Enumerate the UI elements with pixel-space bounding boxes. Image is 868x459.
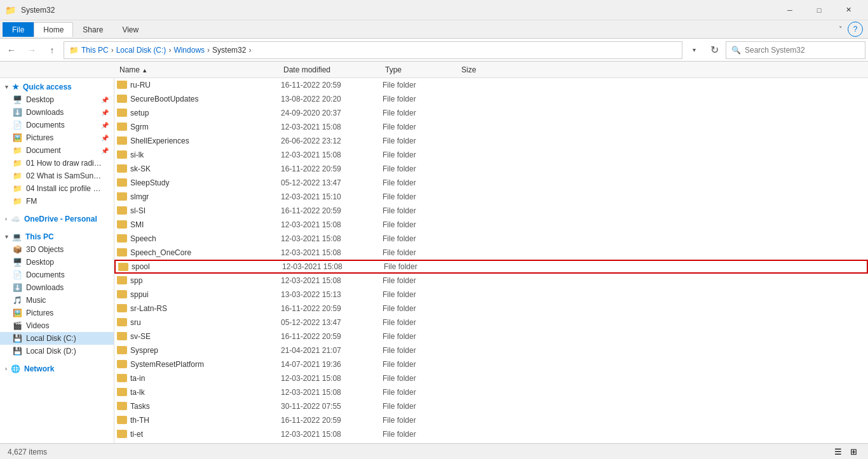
table-row[interactable]: Speech 12-03-2021 15:08 File folder xyxy=(114,232,868,246)
table-row[interactable]: th-TH 16-11-2022 20:59 File folder xyxy=(114,413,868,427)
table-row[interactable]: spp 12-03-2021 15:08 File folder xyxy=(114,274,868,288)
table-row[interactable]: Sgrm 12-03-2021 15:08 File folder xyxy=(114,120,868,134)
sidebar-item-local-d[interactable]: 💾 Local Disk (D:) xyxy=(0,345,114,357)
sidebar-item-documents2[interactable]: 📄 Documents xyxy=(0,269,114,281)
table-row[interactable]: ta-in 12-03-2021 15:08 File folder xyxy=(114,371,868,385)
sidebar-item-how-to-draw[interactable]: 📁 01 How to draw radiu... xyxy=(0,157,114,170)
column-header-date[interactable]: Date modified xyxy=(278,65,380,74)
file-type-cell: File folder xyxy=(383,290,459,299)
table-row[interactable]: SystemResetPlatform 14-07-2021 19:36 Fil… xyxy=(114,357,868,371)
sidebar-item-fm[interactable]: 📁 FM xyxy=(0,195,114,208)
file-type-cell: File folder xyxy=(383,416,459,425)
chevron-right-icon: › xyxy=(5,216,7,222)
pin-icon: 📌 xyxy=(101,135,109,142)
column-header-name[interactable]: Name ▲ xyxy=(114,65,278,74)
sidebar-network-header[interactable]: › 🌐 Network xyxy=(0,363,114,375)
file-name-cell: ta-lk xyxy=(117,388,281,397)
table-row[interactable]: sk-SK 16-11-2022 20:59 File folder xyxy=(114,162,868,176)
sidebar-onedrive-header[interactable]: › ☁️ OneDrive - Personal xyxy=(0,213,114,225)
table-row[interactable]: tr-TR 16-11-2022 20:59 File folder xyxy=(114,441,868,443)
table-row[interactable]: Tasks 30-11-2022 07:55 File folder xyxy=(114,399,868,413)
sidebar-item-desktop2[interactable]: 🖥️ Desktop xyxy=(0,256,114,269)
table-row[interactable]: slmgr 12-03-2021 15:10 File folder xyxy=(114,190,868,204)
minimize-button[interactable]: ─ xyxy=(775,0,804,20)
sidebar-item-3d-objects[interactable]: 📦 3D Objects xyxy=(0,243,114,256)
address-dropdown-button[interactable]: ▾ xyxy=(685,41,703,59)
file-name-cell: sk-SK xyxy=(117,164,281,173)
file-name-cell: Speech xyxy=(117,234,281,243)
column-header-type[interactable]: Type xyxy=(380,65,456,74)
breadcrumb-bar[interactable]: 📁 This PC › Local Disk (C:) › Windows › … xyxy=(64,41,682,59)
table-row[interactable]: sru 05-12-2022 13:47 File folder xyxy=(114,316,868,329)
file-date-cell: 12-03-2021 15:08 xyxy=(281,388,383,397)
sidebar-item-document[interactable]: 📁 Document 📌 xyxy=(0,144,114,157)
table-row[interactable]: spool 12-03-2021 15:08 File folder xyxy=(114,260,868,274)
tab-home[interactable]: Home xyxy=(34,22,73,37)
file-type-cell: File folder xyxy=(383,206,459,215)
table-row[interactable]: sv-SE 16-11-2022 20:59 File folder xyxy=(114,329,868,343)
refresh-button[interactable]: ↻ xyxy=(705,41,723,59)
tab-view[interactable]: View xyxy=(112,22,148,37)
file-date-cell: 12-03-2021 15:10 xyxy=(281,192,383,201)
table-row[interactable]: SecureBootUpdates 13-08-2022 20:20 File … xyxy=(114,92,868,106)
table-row[interactable]: sl-SI 16-11-2022 20:59 File folder xyxy=(114,204,868,218)
table-row[interactable]: ru-RU 16-11-2022 20:59 File folder xyxy=(114,78,868,92)
back-button[interactable]: ← xyxy=(3,41,20,59)
file-name-cell: Speech_OneCore xyxy=(117,248,281,257)
table-row[interactable]: ti-et 12-03-2021 15:08 File folder xyxy=(114,427,868,441)
search-input[interactable] xyxy=(745,46,853,55)
sidebar-item-documents[interactable]: 📄 Documents 📌 xyxy=(0,119,114,131)
folder-icon xyxy=(117,332,127,340)
tab-share[interactable]: Share xyxy=(73,22,112,37)
file-type-cell: File folder xyxy=(383,178,459,187)
folder-icon xyxy=(117,430,127,438)
up-button[interactable]: ↑ xyxy=(43,41,61,59)
help-icon[interactable]: ? xyxy=(848,22,863,37)
sidebar-item-pictures2[interactable]: 🖼️ Pictures xyxy=(0,307,114,319)
file-type-cell: File folder xyxy=(383,332,459,341)
sidebar-item-videos[interactable]: 🎬 Videos xyxy=(0,319,114,332)
sidebar: ▾ ★ Quick access 🖥️ Desktop 📌 ⬇️ Downloa… xyxy=(0,78,114,443)
view-details-button[interactable]: ⊞ xyxy=(846,445,860,459)
table-row[interactable]: si-lk 12-03-2021 15:08 File folder xyxy=(114,148,868,162)
close-button[interactable]: ✕ xyxy=(834,0,863,20)
table-row[interactable]: sr-Latn-RS 16-11-2022 20:59 File folder xyxy=(114,302,868,316)
column-header-size[interactable]: Size xyxy=(456,65,507,74)
ribbon-expand-icon[interactable]: ˅ xyxy=(834,23,848,36)
file-type-cell: File folder xyxy=(383,346,459,355)
file-date-cell: 12-03-2021 15:08 xyxy=(281,248,383,257)
table-row[interactable]: ta-lk 12-03-2021 15:08 File folder xyxy=(114,385,868,399)
ribbon: File Home Share View ˅ ? xyxy=(0,20,868,39)
sidebar-quick-access-header[interactable]: ▾ ★ Quick access xyxy=(0,81,114,93)
tab-file[interactable]: File xyxy=(3,22,34,37)
breadcrumb-local-disk-c[interactable]: Local Disk (C:) xyxy=(116,46,166,55)
sidebar-item-downloads2[interactable]: ⬇️ Downloads xyxy=(0,281,114,294)
sidebar-item-pictures[interactable]: 🖼️ Pictures 📌 xyxy=(0,131,114,144)
file-name-cell: si-lk xyxy=(117,150,281,159)
forward-button[interactable]: → xyxy=(23,41,41,59)
table-row[interactable]: sppui 13-03-2022 15:13 File folder xyxy=(114,288,868,302)
sidebar-item-desktop[interactable]: 🖥️ Desktop 📌 xyxy=(0,93,114,106)
breadcrumb-windows[interactable]: Windows xyxy=(173,46,205,55)
table-row[interactable]: SMI 12-03-2021 15:08 File folder xyxy=(114,218,868,232)
table-row[interactable]: SleepStudy 05-12-2022 13:47 File folder xyxy=(114,176,868,190)
file-date-cell: 13-03-2022 15:13 xyxy=(281,290,383,299)
table-row[interactable]: Sysprep 21-04-2021 21:07 File folder xyxy=(114,343,868,357)
sidebar-this-pc-header[interactable]: ▾ 💻 This PC xyxy=(0,230,114,243)
sidebar-item-downloads[interactable]: ⬇️ Downloads 📌 xyxy=(0,106,114,119)
folder-icon xyxy=(117,109,127,117)
breadcrumb-this-pc[interactable]: This PC xyxy=(81,46,109,55)
3d-icon: 📦 xyxy=(13,245,22,254)
desktop-icon: 🖥️ xyxy=(13,95,22,104)
maximize-button[interactable]: □ xyxy=(804,0,834,20)
table-row[interactable]: Speech_OneCore 12-03-2021 15:08 File fol… xyxy=(114,246,868,260)
file-name-cell: sr-Latn-RS xyxy=(117,304,281,313)
table-row[interactable]: setup 24-09-2020 20:37 File folder xyxy=(114,106,868,120)
sidebar-item-local-c[interactable]: 💾 Local Disk (C:) xyxy=(0,332,114,345)
view-list-button[interactable]: ☰ xyxy=(831,445,845,459)
table-row[interactable]: ShellExperiences 26-06-2022 23:12 File f… xyxy=(114,134,868,148)
sidebar-item-install-icc[interactable]: 📁 04 Install icc profile or... xyxy=(0,182,114,195)
file-type-cell: File folder xyxy=(383,220,459,229)
sidebar-item-samsung[interactable]: 📁 02 What is SamSung c... xyxy=(0,170,114,182)
sidebar-item-music[interactable]: 🎵 Music xyxy=(0,294,114,307)
